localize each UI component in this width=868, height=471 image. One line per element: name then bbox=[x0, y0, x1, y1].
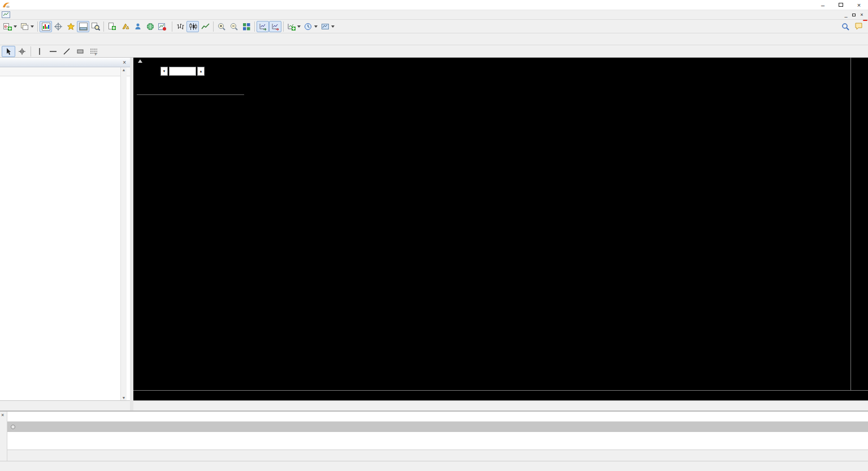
app-logo-icon bbox=[2, 2, 10, 8]
restore-button[interactable] bbox=[832, 0, 850, 10]
metaeditor-button[interactable] bbox=[119, 21, 132, 32]
tester-magnifier-icon bbox=[92, 23, 100, 31]
scroll-down-icon[interactable]: ▼ bbox=[122, 396, 126, 400]
panel-divider bbox=[137, 94, 244, 95]
indicators-icon bbox=[287, 23, 296, 31]
terminal-icon bbox=[79, 23, 88, 31]
indicators-button[interactable] bbox=[285, 21, 302, 32]
metaeditor-icon bbox=[121, 23, 130, 31]
auto-scroll-button[interactable] bbox=[257, 21, 269, 32]
chart-tabs-bar bbox=[133, 400, 868, 410]
toolbar-separator bbox=[103, 21, 104, 32]
drawing-toolbar: F bbox=[0, 45, 868, 58]
strategy-tester-button[interactable] bbox=[89, 21, 102, 32]
market-watch-toggle-button[interactable] bbox=[40, 21, 52, 32]
notification-bubble-icon bbox=[854, 22, 863, 30]
child-restore-button[interactable] bbox=[850, 14, 858, 16]
zoom-in-button[interactable] bbox=[215, 21, 228, 32]
market-watch-titlebar: × bbox=[0, 58, 130, 67]
zoom-in-icon bbox=[218, 23, 226, 31]
zoom-out-button[interactable] bbox=[228, 21, 240, 32]
templates-button[interactable] bbox=[319, 21, 336, 32]
main-toolbar bbox=[0, 20, 868, 33]
horizontal-line-tool-button[interactable] bbox=[46, 46, 60, 57]
tile-windows-button[interactable] bbox=[240, 21, 253, 32]
tile-windows-icon bbox=[242, 23, 251, 31]
market-watch-close-icon[interactable]: × bbox=[121, 59, 128, 66]
child-minimize-button[interactable]: _ bbox=[842, 12, 850, 18]
trendline-icon bbox=[63, 47, 71, 55]
minimize-button[interactable]: – bbox=[814, 0, 832, 10]
cursor-icon bbox=[5, 47, 12, 55]
volume-decrease-button[interactable]: ▼ bbox=[160, 67, 168, 76]
search-icon[interactable] bbox=[841, 23, 850, 31]
dropdown-caret bbox=[297, 25, 301, 28]
volume-input[interactable] bbox=[169, 67, 196, 76]
profiles-icon bbox=[20, 23, 29, 31]
scroll-up-icon[interactable]: ▲ bbox=[122, 68, 126, 72]
profiles-button[interactable] bbox=[19, 21, 36, 32]
community-button[interactable] bbox=[132, 21, 144, 32]
cursor-tool-button[interactable] bbox=[2, 46, 15, 57]
volume-increase-button[interactable]: ▲ bbox=[197, 67, 205, 76]
toolbar-separator bbox=[31, 46, 31, 57]
chart-window: ▼ ▲ bbox=[133, 58, 868, 410]
candlestick-canvas[interactable] bbox=[133, 58, 850, 391]
rectangle-icon bbox=[76, 47, 84, 55]
bar-chart-mode-button[interactable] bbox=[174, 21, 186, 32]
line-chart-mode-button[interactable] bbox=[199, 21, 211, 32]
dropdown-caret bbox=[331, 25, 335, 28]
child-close-button[interactable]: × bbox=[858, 12, 866, 18]
sell-price-box[interactable] bbox=[137, 77, 181, 93]
sell-button[interactable] bbox=[137, 67, 159, 76]
globe-icon bbox=[146, 23, 155, 31]
terminal-side-strip: × bbox=[0, 412, 7, 461]
dropdown-caret bbox=[14, 25, 17, 28]
buy-price-box[interactable] bbox=[183, 77, 227, 93]
market-watch-scrollbar[interactable]: ▲ ▼ bbox=[120, 67, 127, 400]
account-balance-row bbox=[7, 422, 868, 432]
notification-badge bbox=[863, 20, 867, 21]
new-order-icon bbox=[107, 23, 116, 31]
new-order-button[interactable] bbox=[106, 21, 119, 32]
terminal-toggle-button[interactable] bbox=[77, 21, 89, 32]
new-chart-icon bbox=[3, 23, 12, 31]
horizontal-line-icon bbox=[49, 47, 57, 55]
toolbar-separator bbox=[37, 21, 38, 32]
close-button[interactable]: × bbox=[850, 0, 868, 10]
clock-icon bbox=[304, 23, 313, 31]
buy-button[interactable] bbox=[206, 67, 231, 76]
rectangle-tool-button[interactable] bbox=[73, 46, 87, 57]
signals-button[interactable] bbox=[144, 21, 157, 32]
time-axis[interactable] bbox=[133, 390, 868, 400]
bar-chart-icon bbox=[176, 23, 185, 31]
collapse-panel-icon[interactable] bbox=[138, 59, 142, 63]
title-bar: – × bbox=[0, 0, 868, 10]
trendline-tool-button[interactable] bbox=[60, 46, 73, 57]
terminal-panel: × bbox=[0, 410, 868, 461]
balance-bullet-icon bbox=[11, 425, 15, 429]
templates-icon bbox=[321, 23, 329, 31]
crosshair-tool-button[interactable] bbox=[15, 46, 29, 57]
chart-ohlc-header bbox=[138, 59, 145, 63]
chart-shift-button[interactable] bbox=[269, 21, 281, 32]
chart-window-icon bbox=[2, 11, 11, 19]
market-watch-icon bbox=[42, 23, 50, 31]
market-watch-tabs bbox=[0, 400, 130, 410]
periods-button[interactable] bbox=[302, 21, 319, 32]
data-window-button[interactable] bbox=[52, 21, 64, 32]
new-chart-button[interactable] bbox=[2, 21, 19, 32]
candlestick-mode-button[interactable] bbox=[186, 21, 199, 32]
autotrading-button[interactable] bbox=[157, 21, 170, 32]
price-axis[interactable] bbox=[850, 58, 868, 390]
one-click-trading-panel: ▼ ▲ bbox=[137, 67, 248, 95]
market-watch-panel: × ▲ ▼ bbox=[0, 58, 133, 410]
fibonacci-tool-button[interactable]: F bbox=[87, 46, 101, 57]
star-icon bbox=[67, 23, 75, 31]
orders-table-header bbox=[7, 412, 868, 422]
navigator-button[interactable] bbox=[64, 21, 77, 32]
terminal-close-icon[interactable]: × bbox=[1, 412, 4, 418]
terminal-tabs-bar bbox=[7, 450, 868, 461]
notifications-button[interactable] bbox=[854, 22, 863, 31]
vertical-line-tool-button[interactable] bbox=[33, 46, 46, 57]
